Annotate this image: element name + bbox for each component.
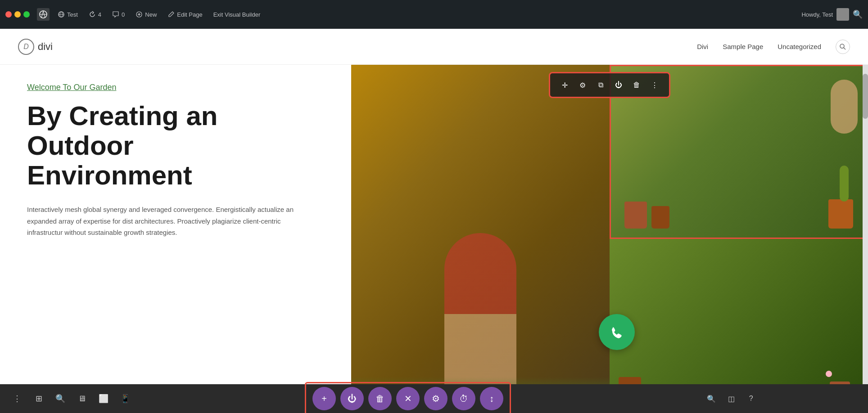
section-row-actions: + ⏻ 🗑 ✕ ⚙ ⏱ ↕	[305, 382, 511, 413]
section-add-button[interactable]: +	[312, 387, 336, 410]
admin-bar-comments[interactable]: 0	[108, 8, 129, 21]
site-nav: Divi Sample Page Uncategorized	[697, 40, 850, 54]
module-duplicate-button[interactable]: ⧉	[592, 77, 609, 93]
br-help-button[interactable]: ?	[743, 391, 759, 407]
scrollbar[interactable]	[863, 65, 868, 413]
wp-logo[interactable]	[37, 8, 50, 21]
site-label: Test	[67, 11, 78, 18]
toolbar-layout-button[interactable]: ⊞	[29, 389, 49, 409]
extra-actions: 🔍 ◫ ?	[698, 387, 764, 410]
toolbar-desktop-button[interactable]: 🖥	[72, 389, 92, 409]
br-layers-button[interactable]: ◫	[723, 391, 739, 407]
admin-bar-exit-vb[interactable]: Exit Visual Builder	[209, 9, 265, 21]
admin-bar: Test 4 0 New Edit Page Exit Visual Build…	[0, 0, 868, 29]
hero-description: Interactively mesh global synergy and le…	[27, 204, 306, 238]
module-delete-button[interactable]: 🗑	[628, 77, 645, 93]
svg-point-3	[840, 44, 844, 48]
left-content: Welcome To Our Garden By Creating an Out…	[0, 65, 351, 413]
admin-avatar[interactable]	[836, 8, 849, 21]
logo-letter: D	[23, 43, 29, 51]
howdy-text: Howdy, Test	[801, 11, 833, 18]
logo-circle: D	[18, 39, 34, 55]
site-logo[interactable]: D divi	[18, 39, 53, 55]
admin-bar-edit-page[interactable]: Edit Page	[163, 8, 207, 21]
nav-item-sample-page[interactable]: Sample Page	[723, 43, 763, 50]
nav-item-uncategorized[interactable]: Uncategorized	[778, 43, 821, 50]
site-header: D divi Divi Sample Page Uncategorized	[0, 29, 868, 65]
module-toolbar: ✛ ⚙ ⧉ ⏻ 🗑 ⋮	[549, 72, 670, 98]
edit-page-label: Edit Page	[177, 11, 202, 18]
call-button[interactable]	[599, 314, 635, 350]
admin-bar-new[interactable]: New	[131, 8, 161, 21]
logo-name: divi	[38, 41, 53, 53]
flower-pink	[826, 371, 832, 377]
traffic-light-red[interactable]	[5, 11, 12, 18]
traffic-lights	[5, 11, 30, 18]
section-close-button[interactable]: ✕	[396, 387, 420, 410]
hand-silhouette	[831, 80, 858, 134]
module-disable-button[interactable]: ⏻	[610, 77, 627, 93]
traffic-light-green[interactable]	[23, 11, 30, 18]
toolbar-more-button[interactable]: ⋮	[7, 389, 27, 409]
traffic-light-yellow[interactable]	[14, 11, 21, 18]
site-search-icon[interactable]	[836, 40, 850, 54]
comments-count: 0	[122, 11, 125, 18]
scrollbar-thumb[interactable]	[863, 74, 868, 119]
pot-1	[624, 202, 647, 229]
right-content: ✛ ⚙ ⧉ ⏻ 🗑 ⋮	[351, 65, 868, 413]
updates-count: 4	[98, 11, 101, 18]
section-power-button[interactable]: ⏻	[340, 387, 364, 410]
admin-bar-right: Howdy, Test 🔍	[801, 8, 863, 21]
exit-vb-label: Exit Visual Builder	[213, 11, 261, 18]
pot-2	[651, 206, 669, 229]
toolbar-tablet-button[interactable]: ⬜	[94, 389, 113, 409]
image-grid	[351, 65, 868, 413]
admin-bar-updates[interactable]: 4	[84, 8, 106, 21]
toolbar-mobile-button[interactable]: 📱	[115, 389, 135, 409]
section-sort-button[interactable]: ↕	[480, 387, 503, 410]
new-label: New	[145, 11, 157, 18]
module-more-button[interactable]: ⋮	[646, 77, 663, 93]
toolbar-search-button[interactable]: 🔍	[50, 389, 70, 409]
cactus	[840, 166, 849, 202]
pot-3	[828, 199, 853, 229]
hero-title-line2: Environment	[27, 160, 192, 190]
admin-search-icon[interactable]: 🔍	[853, 9, 863, 19]
br-search-button[interactable]: 🔍	[703, 391, 719, 407]
hero-title: By Creating an Outdoor Environment	[27, 101, 324, 190]
admin-bar-site[interactable]: Test	[53, 8, 82, 21]
bottom-toolbar-left: ⋮ ⊞ 🔍 🖥 ⬜ 📱	[7, 389, 135, 409]
nav-item-divi[interactable]: Divi	[697, 43, 708, 50]
welcome-link[interactable]: Welcome To Our Garden	[27, 83, 324, 92]
main-content: Welcome To Our Garden By Creating an Out…	[0, 65, 868, 413]
section-history-button[interactable]: ⏱	[452, 387, 475, 410]
hero-title-line1: By Creating an Outdoor	[27, 101, 217, 161]
section-delete-button[interactable]: 🗑	[368, 387, 392, 410]
module-settings-button[interactable]: ⚙	[574, 77, 591, 93]
module-move-button[interactable]: ✛	[556, 77, 573, 93]
section-settings-button[interactable]: ⚙	[424, 387, 448, 410]
image-cell-top-left	[351, 65, 610, 413]
